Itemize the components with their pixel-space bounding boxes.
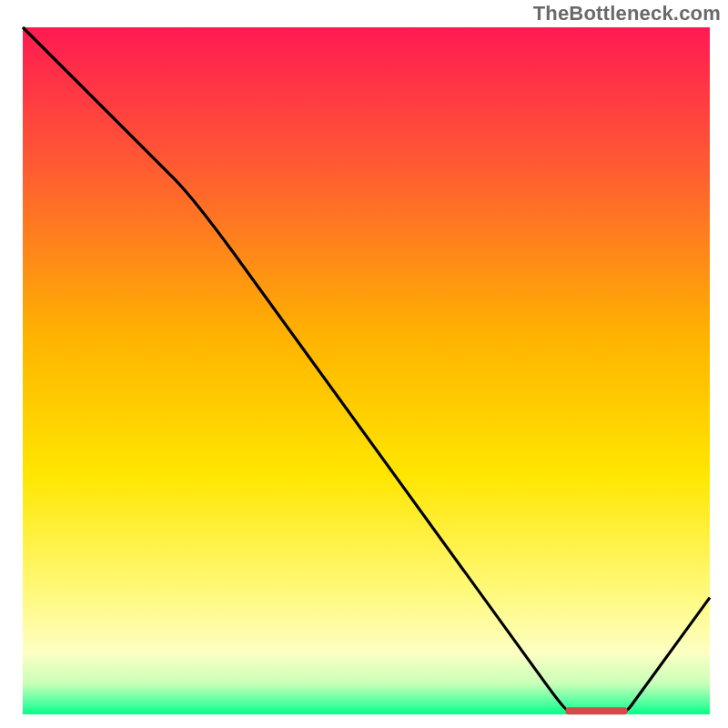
chart-stage: TheBottleneck.com [0, 0, 728, 728]
optimal-segment-marker [566, 707, 628, 714]
watermark-text: TheBottleneck.com [533, 2, 721, 25]
bottleneck-chart [0, 0, 728, 728]
